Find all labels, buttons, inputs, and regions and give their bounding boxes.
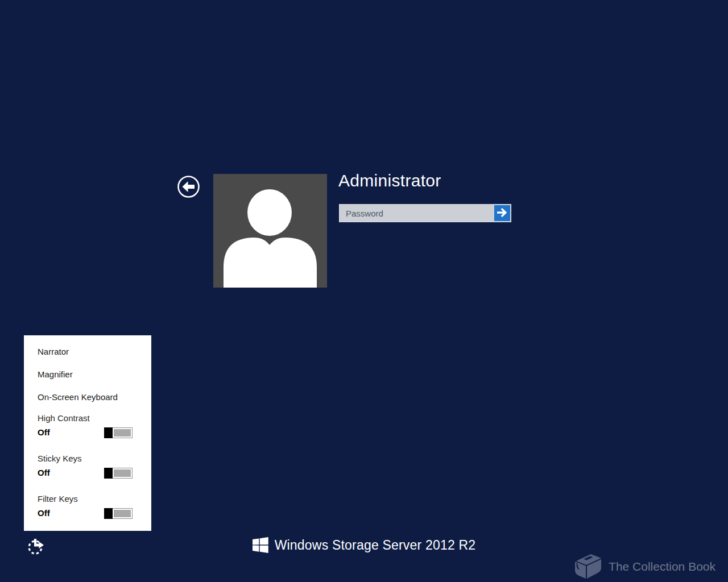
toggle-track bbox=[114, 510, 131, 517]
sticky-keys-toggle[interactable] bbox=[104, 468, 133, 479]
password-input[interactable] bbox=[340, 205, 494, 222]
toggle-knob bbox=[104, 427, 113, 438]
arrow-right-icon bbox=[496, 207, 508, 220]
high-contrast-label: High Contrast bbox=[38, 413, 90, 423]
password-control bbox=[339, 204, 511, 222]
toggle-track bbox=[114, 429, 131, 436]
user-avatar bbox=[213, 174, 327, 288]
user-silhouette-icon bbox=[213, 280, 327, 288]
menu-item-narrator[interactable]: Narrator bbox=[24, 343, 151, 360]
watermark: The Collection Book bbox=[571, 554, 715, 579]
submit-password-button[interactable] bbox=[494, 205, 510, 221]
high-contrast-toggle[interactable] bbox=[104, 427, 133, 438]
filter-keys-toggle[interactable] bbox=[104, 508, 133, 519]
toggle-track bbox=[114, 469, 131, 477]
toggle-knob bbox=[104, 508, 113, 519]
back-button[interactable] bbox=[177, 175, 200, 198]
menu-item-on-screen-keyboard[interactable]: On-Screen Keyboard bbox=[24, 388, 151, 405]
sticky-keys-label: Sticky Keys bbox=[38, 454, 82, 463]
menu-item-magnifier[interactable]: Magnifier bbox=[24, 365, 151, 383]
os-name: Windows Storage Server 2012 R2 bbox=[275, 538, 476, 553]
filter-keys-label: Filter Keys bbox=[38, 494, 78, 504]
sticky-keys-state: Off bbox=[38, 467, 50, 478]
os-branding: Windows Storage Server 2012 R2 bbox=[0, 537, 728, 553]
filter-keys-state: Off bbox=[38, 508, 50, 518]
toggle-knob bbox=[104, 468, 113, 479]
back-arrow-icon bbox=[177, 192, 200, 200]
ease-of-access-panel: Narrator Magnifier On-Screen Keyboard Hi… bbox=[24, 335, 151, 531]
lock-screen: { "login": { "username": "Administrator"… bbox=[0, 0, 728, 582]
high-contrast-state: Off bbox=[38, 427, 50, 438]
menu-item-label: Magnifier bbox=[38, 369, 73, 379]
book-icon bbox=[571, 554, 602, 579]
username: Administrator bbox=[338, 171, 441, 190]
watermark-text: The Collection Book bbox=[609, 560, 715, 573]
windows-logo-icon bbox=[253, 537, 268, 553]
menu-item-label: On-Screen Keyboard bbox=[38, 392, 118, 402]
menu-item-label: Narrator bbox=[38, 347, 69, 356]
